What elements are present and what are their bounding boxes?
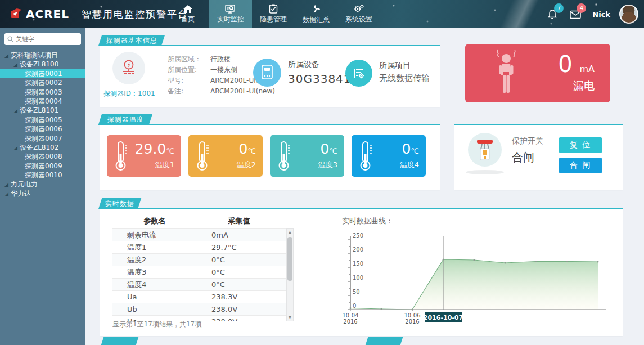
main-content: 探测器基本信息 探测器ID：1001 所属区域：行政楼 所属位置:一楼东侧 型号…: [85, 28, 644, 345]
main-nav: 首页 实时监控 隐患: [166, 0, 380, 28]
page-root: ACREL 智慧用电监控预警平台 首页 实时监控: [0, 0, 644, 345]
nav-tab-system-settings[interactable]: 系统设置: [337, 0, 380, 28]
tree-node-project[interactable]: ◢华力达: [0, 189, 85, 198]
protection-switch-panel: 保护开关 合闸 复 位 合 闸: [454, 125, 623, 190]
tree-node-detector[interactable]: 探测器0009: [0, 162, 85, 171]
table-row: Ua238.3V: [112, 290, 286, 303]
notifications-count-badge: 7: [554, 3, 564, 13]
svg-text:0: 0: [353, 303, 356, 309]
pinwheel-icon: [311, 4, 321, 14]
table-row: 温度40°C: [112, 278, 286, 290]
leak-value: 0 mA: [558, 53, 595, 80]
nav-tab-realtime-monitor[interactable]: 实时监控: [209, 0, 252, 28]
close-switch-button[interactable]: 合 闸: [559, 158, 602, 173]
table-scrollbar[interactable]: ▲ ▼: [286, 228, 294, 321]
temp-label: 温度1: [155, 160, 174, 170]
field-label: 备注:: [168, 86, 210, 97]
table-row: 剩余电流0mA: [112, 228, 286, 241]
bottom-panel-tab-stub[interactable]: [365, 337, 403, 345]
temp-value: 0℃: [238, 141, 256, 157]
tree-node-detector[interactable]: 探测器0003: [0, 88, 85, 97]
field-label: 所属位置:: [168, 65, 210, 75]
tree-node-device[interactable]: ◢设备ZL8102: [0, 143, 85, 152]
logo-text: ACREL: [26, 7, 69, 21]
avatar[interactable]: [619, 5, 638, 24]
table-row: 温度129.7°C: [112, 241, 286, 253]
table-body: 剩余电流0mA 温度129.7°C 温度20°C 温度30°C 温度40°C U…: [112, 228, 286, 321]
realtime-table: 参数名 采集值 剩余电流0mA 温度129.7°C 温度20°C 温度30°C …: [112, 214, 294, 321]
tree-expand-icon: ◢: [4, 53, 8, 59]
nav-tab-hazard-management[interactable]: 隐患管理: [252, 0, 295, 28]
temp-value: 0℃: [402, 141, 419, 157]
field-value: 一楼东侧: [210, 65, 237, 75]
svg-text:2016: 2016: [343, 319, 357, 325]
bottom-panel-tab-stub[interactable]: [101, 337, 138, 345]
tree-expand-icon: ◢: [13, 108, 17, 114]
temp-card-3: 0℃ 温度3: [270, 135, 344, 177]
device-assoc-label: 所属设备: [288, 60, 319, 70]
realtime-chart: 05010015020025010-04201610-0620162016-10…: [334, 225, 618, 333]
table-row: 温度30°C: [112, 266, 286, 278]
tree-node-detector[interactable]: 探测器0008: [0, 152, 85, 161]
user-name: Nick: [592, 10, 610, 19]
svg-text:10-04: 10-04: [342, 312, 358, 319]
project-assoc-value: 无线数据传输: [379, 73, 430, 84]
monitor-search-icon: [225, 5, 236, 14]
tree-node-detector[interactable]: 探测器0007: [0, 134, 85, 143]
svg-text:250: 250: [353, 232, 363, 239]
search-input[interactable]: [16, 35, 76, 43]
table-header: 参数名 采集值: [112, 214, 294, 228]
area-chart-svg: 05010015020025010-04201610-0620162016-10…: [334, 225, 618, 333]
tree-node-detector[interactable]: 探测器0006: [0, 124, 85, 133]
temp-label: 温度2: [237, 160, 256, 170]
thermometer-icon: [195, 141, 212, 171]
acrel-logo-icon: [10, 8, 22, 20]
leakage-card: 0 mA 漏电: [465, 44, 610, 102]
realtime-data-panel: 参数名 采集值 剩余电流0mA 温度129.7°C 温度20°C 温度30°C …: [100, 209, 623, 336]
svg-text:150: 150: [353, 261, 363, 267]
thermometer-icon: [358, 141, 375, 171]
tree-node-detector[interactable]: 探测器0010: [0, 171, 85, 180]
nav-tab-home[interactable]: 首页: [166, 0, 209, 28]
svg-text:50: 50: [353, 289, 360, 295]
project-list-gear-icon: [353, 67, 365, 79]
tree-node-detector[interactable]: 探测器0004: [0, 97, 85, 106]
temp-value: 29.0℃: [135, 141, 174, 157]
nav-tab-data-summary[interactable]: 数据汇总: [295, 0, 337, 28]
temp-card-2: 0℃ 温度2: [188, 135, 263, 177]
notifications-button[interactable]: 7: [547, 7, 561, 21]
reset-button[interactable]: 复 位: [559, 137, 602, 153]
field-value: 行政楼: [210, 54, 231, 65]
tree-node-device[interactable]: ◢设备ZL8101: [0, 106, 85, 115]
col-header-value: 采集值: [197, 214, 281, 228]
scroll-down-arrow[interactable]: ▼: [287, 314, 293, 321]
field-label: 所属区域：: [168, 54, 210, 65]
tree-node-detector[interactable]: 探测器0002: [0, 78, 85, 87]
table-row: 温度20°C: [112, 253, 286, 266]
tree-node-project[interactable]: ◢安科瑞测试项目: [0, 51, 85, 60]
project-icon-circle: [345, 60, 372, 87]
detector-icon: [120, 59, 137, 77]
scrollbar-thumb[interactable]: [287, 237, 292, 281]
tree-expand-icon: ◢: [13, 145, 17, 151]
tree-expand-icon: ◢: [13, 62, 17, 68]
switch-shadow: [466, 170, 504, 174]
scroll-up-arrow[interactable]: ▲: [287, 229, 293, 236]
tree-node-device[interactable]: ◢设备ZL8100: [0, 60, 85, 69]
tree-node-detector-selected[interactable]: 探测器0001: [0, 69, 85, 78]
tree-node-detector[interactable]: 探测器0005: [0, 115, 85, 124]
panel-tab-temperature: 探测器温度: [98, 114, 152, 125]
clipboard-check-icon: [269, 4, 278, 14]
table-row: Ub238.0V: [112, 303, 286, 315]
svg-text:200: 200: [353, 247, 363, 253]
switch-lever-icon: [475, 138, 495, 161]
messages-count-badge: 4: [577, 3, 586, 13]
table-footer-summary: 显示第1至17项结果，共17项: [112, 320, 201, 329]
device-tree: ◢安科瑞测试项目 ◢设备ZL8100 探测器0001 探测器0002 探测器00…: [0, 51, 85, 198]
svg-text:10-06: 10-06: [404, 312, 420, 319]
temp-label: 温度4: [400, 160, 419, 170]
messages-button[interactable]: 4: [570, 7, 583, 21]
device-icon-circle: [253, 59, 281, 87]
navbar-right: 7 4 Nick: [547, 0, 638, 28]
tree-node-project[interactable]: ◢力元电力: [0, 180, 85, 189]
